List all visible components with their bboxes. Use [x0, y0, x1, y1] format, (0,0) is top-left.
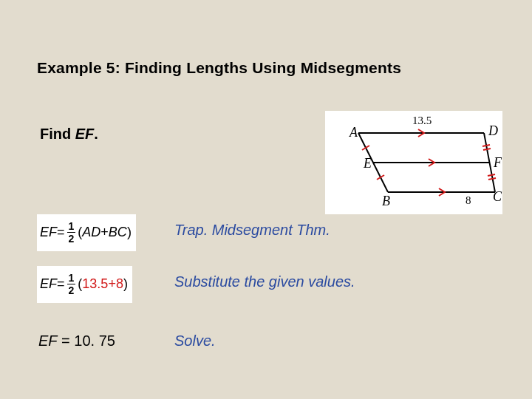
eq1-close: )	[127, 225, 132, 240]
eq1-equals: =	[57, 225, 65, 240]
svg-line-7	[482, 145, 490, 146]
problem-prompt: Find EF.	[40, 126, 98, 143]
eq2-plus: +	[108, 276, 116, 292]
reason-solve: Solve.	[174, 332, 216, 349]
svg-line-10	[488, 178, 496, 180]
reason-midsegment-thm: Trap. Midsegment Thm.	[174, 222, 330, 239]
length-BC: 8	[466, 194, 471, 206]
label-C: C	[493, 189, 502, 204]
eq2-close: )	[123, 276, 128, 292]
trapezoid-diagram: A D E F B C 13.5 8	[325, 111, 502, 214]
reason-substitute: Substitute the given values.	[174, 273, 355, 290]
length-AD: 13.5	[412, 115, 432, 126]
prompt-pre: Find	[40, 126, 75, 142]
prompt-post: .	[94, 126, 98, 142]
slide: Example 5: Finding Lengths Using Midsegm…	[0, 0, 532, 399]
fraction-one-half-icon: 1 2	[67, 221, 76, 244]
fraction-one-half-icon: 1 2	[67, 273, 76, 296]
equation-formula: EF = 1 2 ( AD + BC )	[37, 214, 136, 251]
eq1-den: 2	[67, 232, 76, 244]
eq2-val1: 13.5	[82, 276, 108, 292]
label-E: E	[363, 156, 372, 171]
label-F: F	[493, 155, 502, 170]
eq2-equals: =	[57, 276, 65, 292]
eq2-lhs: EF	[40, 276, 57, 292]
eq1-term-AD: AD	[82, 225, 100, 240]
equation-substituted: EF = 1 2 ( 13.5 + 8 )	[37, 266, 132, 303]
label-A: A	[349, 125, 358, 140]
eq2-den: 2	[67, 284, 76, 296]
prompt-var: EF	[75, 126, 95, 142]
eq1-num: 1	[67, 221, 76, 232]
equation-result: EF = 10. 75	[38, 332, 115, 349]
eq1-term-BC: BC	[109, 225, 127, 240]
svg-line-8	[483, 149, 491, 150]
label-B: B	[382, 194, 390, 208]
eq2-num: 1	[67, 273, 76, 284]
eq2-val2: 8	[116, 276, 123, 292]
eq1-plus: +	[100, 225, 109, 240]
answer-var: EF	[38, 332, 58, 349]
answer-value: = 10. 75	[58, 332, 115, 349]
eq1-lhs: EF	[40, 225, 57, 240]
example-title: Example 5: Finding Lengths Using Midsegm…	[37, 59, 401, 77]
svg-line-9	[488, 174, 495, 176]
label-D: D	[488, 123, 498, 138]
